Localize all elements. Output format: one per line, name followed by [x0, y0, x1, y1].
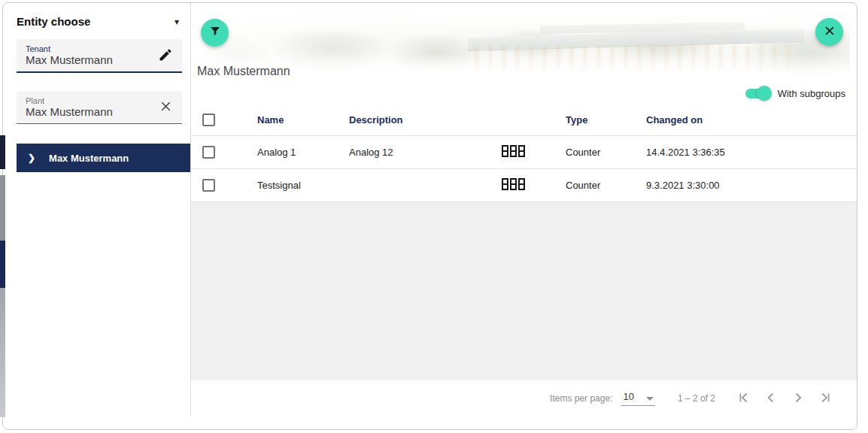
row-checkbox-cell [191, 179, 257, 192]
x-icon [159, 99, 173, 116]
plant-field-label: Plant [26, 96, 155, 105]
row-description: Analog 12 [349, 147, 502, 158]
seven-segment-888-icon [502, 145, 525, 157]
row-checkbox[interactable] [202, 146, 215, 159]
last-page-button[interactable] [816, 389, 834, 407]
entity-sidebar: Entity choose ▾ Tenant Max Mustermann Pl… [3, 3, 191, 429]
collapse-caret-icon[interactable]: ▾ [173, 16, 181, 28]
table-empty-area [191, 202, 857, 380]
with-subgroups-toggle[interactable] [745, 89, 769, 98]
column-header-name[interactable]: Name [257, 114, 349, 126]
plant-field-value: Max Mustermann [26, 105, 113, 118]
with-subgroups-label: With subgroups [778, 88, 845, 99]
plant-field[interactable]: Plant Max Mustermann [17, 91, 182, 124]
row-type: Counter [566, 147, 646, 158]
row-type: Counter [566, 180, 646, 191]
items-per-page-label: Items per page: [550, 393, 612, 404]
panel-title: Max Mustermann [197, 65, 290, 78]
tenant-field-text: Tenant Max Mustermann [26, 44, 155, 67]
table-row[interactable]: Analog 1 Analog 12 Counter 14.4.2021 3:3… [191, 136, 857, 169]
range-label: 1 – 2 of 2 [678, 393, 715, 404]
header-checkbox-cell [191, 114, 257, 126]
row-checkbox[interactable] [202, 179, 215, 192]
row-changed-on: 14.4.2021 3:36:35 [646, 147, 857, 158]
next-page-button[interactable] [789, 389, 807, 407]
page-size-value: 10 [623, 391, 633, 402]
column-header-type[interactable]: Type [566, 114, 646, 126]
table-row[interactable]: Testsignal Counter 9.3.2021 3:30:00 [191, 169, 857, 202]
row-changed-on: 9.3.2021 3:30:00 [646, 180, 857, 191]
funnel-icon [208, 25, 222, 41]
header-photo: Max Mustermann [191, 10, 850, 82]
column-header-changed-on[interactable]: Changed on [646, 114, 857, 126]
entity-choose-dialog: Entity choose ▾ Tenant Max Mustermann Pl… [2, 2, 857, 430]
tenant-field-value: Max Mustermann [26, 53, 113, 66]
sidebar-title: Entity choose [17, 15, 90, 28]
tree-item-label: Max Mustermann [49, 153, 129, 164]
tenant-field[interactable]: Tenant Max Mustermann [17, 39, 182, 73]
tenant-edit-button[interactable] [155, 45, 176, 66]
screen: Entity choose ▾ Tenant Max Mustermann Pl… [0, 0, 868, 433]
chevron-right-icon: ❯ [28, 153, 35, 163]
page-size-select[interactable]: 10 [621, 391, 654, 406]
column-header-description[interactable]: Description [349, 114, 502, 126]
chevron-right-icon [790, 389, 806, 408]
filter-button[interactable] [201, 19, 229, 47]
close-icon [823, 24, 836, 40]
pencil-icon [158, 47, 173, 65]
plant-clear-button[interactable] [155, 97, 176, 118]
row-checkbox-cell [191, 146, 257, 159]
chevron-left-icon [763, 389, 779, 408]
row-name: Analog 1 [257, 147, 349, 158]
row-signal-cell [502, 178, 566, 192]
subgroups-toggle-row: With subgroups [191, 83, 857, 103]
select-all-checkbox[interactable] [202, 114, 215, 126]
close-button[interactable] [815, 18, 843, 46]
paginator-nav [735, 389, 834, 407]
sidebar-tree-item-max-mustermann[interactable]: ❯ Max Mustermann [17, 144, 191, 172]
seven-segment-888-icon [502, 178, 525, 190]
first-page-button[interactable] [735, 389, 753, 407]
previous-page-button[interactable] [762, 389, 780, 407]
last-page-icon [817, 389, 833, 408]
tenant-field-label: Tenant [26, 44, 155, 53]
bottom-spacer [191, 416, 857, 429]
first-page-icon [736, 389, 752, 408]
row-name: Testsignal [257, 180, 349, 191]
signals-panel: Max Mustermann With subgroups Name Descr… [191, 3, 857, 429]
row-signal-cell [502, 145, 566, 159]
chevron-down-icon [646, 397, 654, 401]
paginator: Items per page: 10 1 – 2 of 2 [191, 380, 857, 416]
plant-field-text: Plant Max Mustermann [26, 96, 155, 119]
table-header-row: Name Description Type Changed on [191, 104, 857, 136]
sidebar-header: Entity choose ▾ [3, 3, 191, 28]
